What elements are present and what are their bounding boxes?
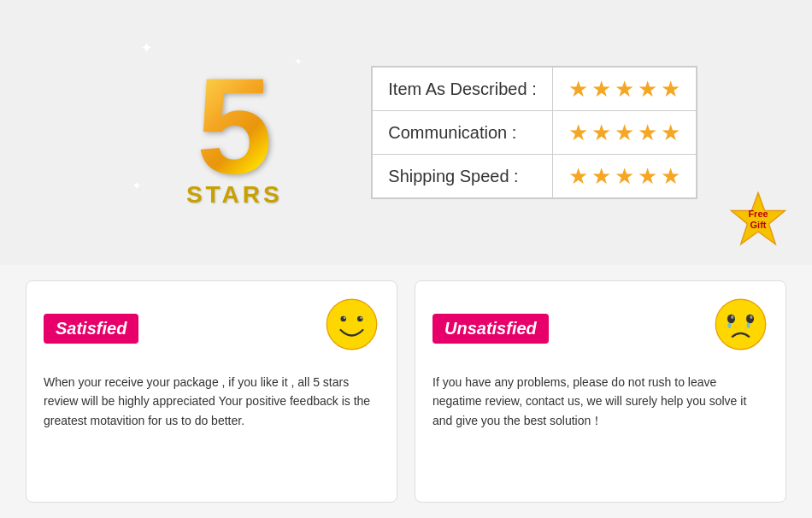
star-icon: ★ (615, 78, 634, 100)
star-icon: ★ (638, 165, 657, 187)
free-gift-star: Free Gift (728, 190, 788, 250)
unsatisfied-text: If you have any problems, please do not … (432, 373, 768, 430)
svg-point-7 (727, 315, 735, 323)
star-icon: ★ (591, 121, 611, 144)
star-icon: ★ (661, 121, 680, 144)
star-icon: ★ (661, 78, 680, 100)
sparkle-icon-2: ✦ (294, 56, 303, 68)
svg-point-4 (344, 316, 346, 319)
svg-point-6 (715, 299, 766, 350)
star-icon: ★ (638, 121, 657, 144)
svg-point-9 (731, 315, 733, 319)
svg-point-5 (360, 316, 362, 319)
bottom-section: Satisfied When your receive your package… (0, 265, 812, 518)
five-stars-badge: ✦ ✦ ✦ 5 STARS (115, 30, 354, 235)
svg-point-2 (341, 316, 347, 322)
svg-point-12 (747, 323, 750, 329)
rating-label-2: Shipping Speed : (372, 155, 552, 199)
star-icon: ★ (591, 78, 611, 100)
unsatisfied-card: Unsatisfied If you have any problems, (415, 280, 786, 503)
star-icon: ★ (568, 165, 588, 187)
big-number: 5 (197, 57, 273, 194)
rating-stars-0: ★★★★★ (552, 67, 697, 111)
rating-stars-2: ★★★★★ (552, 155, 697, 199)
smiley-emoji (324, 297, 380, 360)
star-icon: ★ (638, 78, 657, 100)
rating-stars-1: ★★★★★ (552, 111, 697, 155)
satisfied-card: Satisfied When your receive your package… (26, 280, 397, 503)
satisfied-badge: Satisfied (44, 314, 138, 344)
sparkle-icon-3: ✦ (132, 179, 142, 192)
unsatisfied-header: Unsatisfied (432, 297, 768, 360)
satisfied-header: Satisfied (44, 297, 380, 360)
star-icon: ★ (568, 121, 588, 144)
free-gift-text: Free Gift (748, 209, 768, 231)
ratings-table: Item As Described :★★★★★Communication :★… (371, 66, 697, 199)
svg-point-8 (746, 315, 754, 323)
star-icon: ★ (615, 165, 634, 187)
svg-point-11 (728, 323, 732, 329)
unsatisfied-badge: Unsatisfied (432, 314, 549, 344)
rating-label-1: Communication : (372, 111, 552, 155)
rating-label-0: Item As Described : (372, 67, 552, 111)
svg-point-3 (357, 316, 363, 322)
sparkle-icon-1: ✦ (140, 38, 153, 57)
star-icon: ★ (568, 78, 588, 100)
free-gift-container: Free Gift (728, 190, 788, 250)
svg-point-1 (327, 299, 377, 350)
star-icon: ★ (661, 165, 680, 187)
svg-point-10 (750, 315, 752, 319)
satisfied-text: When your receive your package , if you … (44, 373, 380, 430)
star-icon: ★ (615, 121, 634, 144)
star-icon: ★ (591, 165, 611, 187)
sad-emoji (713, 297, 768, 360)
top-section: ✦ ✦ ✦ 5 STARS Item As Described :★★★★★Co… (0, 0, 812, 265)
